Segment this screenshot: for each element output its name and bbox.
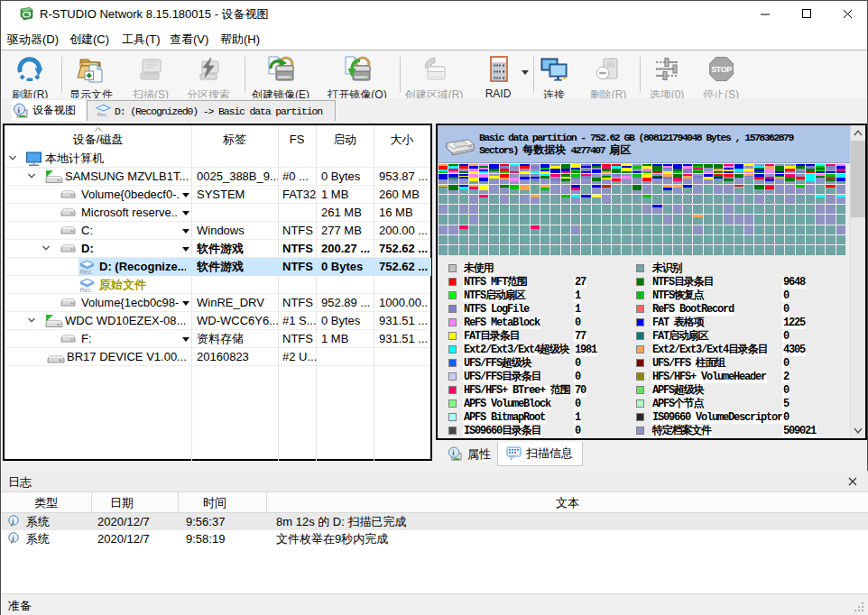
svg-text:STOP: STOP: [711, 65, 732, 74]
svg-text:Rec.: Rec.: [97, 112, 109, 117]
svg-text:Rec.: Rec.: [80, 287, 93, 293]
svg-text:Rec.: Rec.: [80, 269, 93, 275]
